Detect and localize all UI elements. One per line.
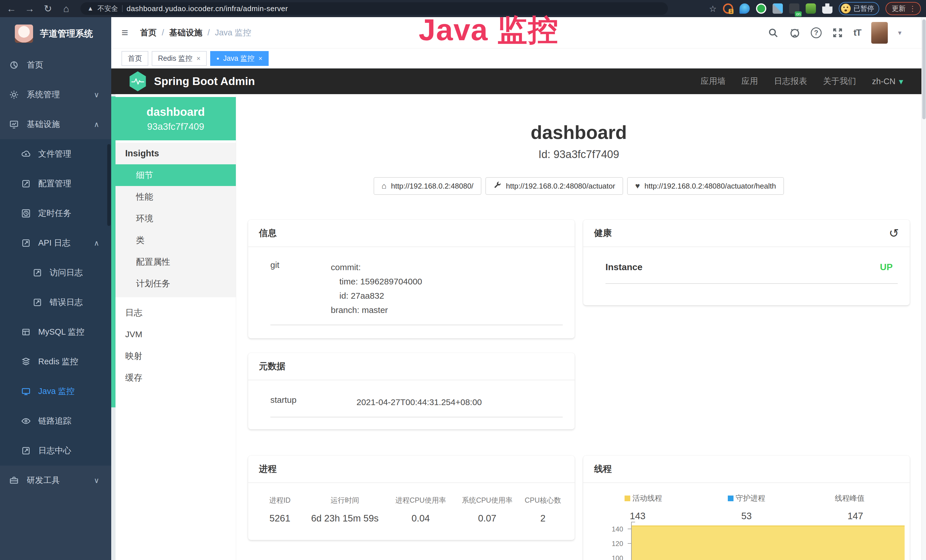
sidebar-item-log-center[interactable]: 日志中心 (0, 436, 111, 466)
info-card-header: 信息 (248, 219, 575, 247)
bookmark-star-icon[interactable]: ☆ (709, 4, 717, 14)
extension-icon-green-circle[interactable] (756, 3, 766, 14)
profile-paused-pill[interactable]: 已暂停 (839, 2, 879, 15)
instance-id: 93a3fc7f7409 (147, 121, 204, 132)
sba-item-environment[interactable]: 环境 (115, 208, 236, 229)
sba-nav-journal[interactable]: 日志报表 (774, 76, 807, 87)
sba-item-details[interactable]: 细节 (115, 164, 236, 186)
sba-item-metrics[interactable]: 性能 (115, 186, 236, 208)
sba-instance-header[interactable]: dashboard 93a3fc7f7409 (115, 97, 236, 140)
sidebar-item-config[interactable]: 配置管理 (0, 169, 111, 198)
sba-brand[interactable]: Spring Boot Admin (129, 71, 255, 91)
fullscreen-icon[interactable] (832, 27, 843, 38)
column-header: 运行时间 (303, 495, 387, 505)
endpoint-health-button[interactable]: ♥ http://192.168.0.2:48080/actuator/heal… (627, 177, 784, 195)
extension-icon-pin[interactable] (740, 3, 750, 14)
legend-live-threads: 活动线程 (592, 493, 695, 503)
search-icon[interactable] (767, 27, 779, 38)
sba-nav-about[interactable]: 关于我们 (823, 76, 856, 87)
endpoint-url: http://192.168.0.2:48080/actuator/health (645, 182, 776, 191)
sba-item-config-props[interactable]: 配置属性 (115, 251, 236, 273)
breadcrumb-infra[interactable]: 基础设施 (169, 27, 202, 38)
update-label: 更新 (892, 4, 905, 13)
process-table-headers: 进程ID 运行时间 进程CPU使用率 系统CPU使用率 CPU核心数 (248, 495, 575, 505)
git-time-line: time: 1596289704000 (331, 274, 563, 289)
extension-icon-leaf[interactable] (806, 3, 816, 14)
sidebar-item-label: 链路追踪 (38, 415, 71, 427)
live-threads-value: 143 (583, 511, 692, 522)
extension-icon-grid[interactable] (773, 3, 783, 14)
threads-card-header: 线程 (583, 456, 910, 483)
sba-item-logs[interactable]: 日志 (115, 302, 236, 324)
sba-item-scheduled-tasks[interactable]: 计划任务 (115, 273, 236, 294)
sidebar-item-error-log[interactable]: 错误日志 (0, 288, 111, 317)
history-icon[interactable]: ↺ (889, 226, 899, 240)
browser-menu-kebab-icon[interactable]: ⋮ (909, 4, 916, 13)
sidebar-item-label: 研发工具 (27, 475, 60, 486)
system-cpu-usage: 0.07 (455, 513, 520, 524)
info-card: 信息 git commit: time: 1596289704000 id: 2… (248, 219, 575, 338)
sidebar-item-mysql[interactable]: MySQL 监控 (0, 317, 111, 347)
sba-item-jvm[interactable]: JVM (115, 324, 236, 345)
chevron-down-icon: ∨ (94, 476, 99, 485)
close-icon[interactable]: × (259, 54, 262, 62)
process-uptime: 6d 23h 15m 59s (303, 513, 387, 524)
app-logo-row[interactable]: 芋道管理系统 (0, 17, 111, 50)
user-avatar[interactable] (871, 22, 888, 44)
sidebar-item-jobs[interactable]: 定时任务 (0, 198, 111, 228)
sidebar-item-tracing[interactable]: 链路追踪 (0, 406, 111, 436)
sidebar-item-files[interactable]: 文件管理 (0, 139, 111, 169)
endpoint-home-button[interactable]: ⌂ http://192.168.0.2:48080/ (374, 177, 481, 195)
sidebar-item-access-log[interactable]: 访问日志 (0, 258, 111, 288)
sidebar-item-dev-tools[interactable]: 研发工具 ∨ (0, 466, 111, 495)
reload-icon[interactable]: ↻ (42, 4, 54, 14)
sidebar-item-api-log[interactable]: API 日志 ∧ (0, 228, 111, 258)
extension-icon-proxy[interactable]: on (789, 3, 799, 14)
tab-redis-monitor[interactable]: Redis 监控 × (152, 51, 207, 66)
log-edit-icon (33, 298, 42, 307)
browser-update-button[interactable]: 更新 ⋮ (885, 2, 921, 15)
sba-locale-select[interactable]: zh-CN ▾ (872, 76, 903, 86)
extension-icon-orange[interactable]: 1 (723, 3, 733, 14)
security-label[interactable]: 不安全 (98, 4, 118, 13)
sidebar-item-home[interactable]: 首页 (0, 50, 111, 80)
sba-navbar: Spring Boot Admin 应用墙 应用 日志报表 关于我们 zh-CN… (111, 68, 921, 94)
github-icon[interactable] (789, 27, 800, 38)
sidebar-item-infra[interactable]: 基础设施 ∧ (0, 109, 111, 139)
endpoint-actuator-button[interactable]: http://192.168.0.2:48080/actuator (486, 177, 623, 195)
chevron-up-icon: ∧ (94, 239, 99, 248)
tab-java-monitor[interactable]: ● Java 监控 × (210, 51, 269, 66)
sba-scrollbar-track[interactable] (111, 94, 115, 560)
metadata-card: 元数据 startup 2021-04-27T00:44:31.254+08:0… (248, 353, 575, 429)
tab-home[interactable]: 首页 (121, 51, 148, 66)
sba-item-mappings[interactable]: 映射 (115, 345, 236, 367)
page-scrollbar-track[interactable] (921, 17, 926, 560)
extensions-puzzle-icon[interactable] (822, 3, 832, 14)
sba-nav-wallboard[interactable]: 应用墙 (701, 76, 726, 87)
page-scrollbar-thumb[interactable] (922, 20, 926, 119)
forward-icon[interactable]: → (23, 4, 36, 14)
home-icon: ⌂ (381, 182, 386, 191)
font-size-icon[interactable]: tT (853, 27, 861, 38)
help-icon[interactable]: ? (811, 27, 822, 38)
sidebar-item-system[interactable]: 系统管理 ∨ (0, 80, 111, 109)
sidebar-item-redis[interactable]: Redis 监控 (0, 347, 111, 377)
sba-item-caches[interactable]: 缓存 (115, 367, 236, 389)
back-icon[interactable]: ← (5, 4, 18, 14)
sba-nav-applications[interactable]: 应用 (741, 76, 758, 87)
heart-icon: ♥ (635, 182, 640, 191)
sba-insights-section: Insights 细节 性能 环境 类 配置属性 计划任务 (115, 143, 236, 297)
url-text[interactable]: dashboard.yudao.iocoder.cn/infra/admin-s… (127, 4, 288, 13)
user-menu-caret-icon[interactable]: ▾ (898, 29, 902, 37)
address-bar[interactable]: ▲ 不安全 dashboard.yudao.iocoder.cn/infra/a… (80, 2, 668, 15)
active-dot-icon: ● (216, 56, 219, 61)
hamburger-icon[interactable]: ≡ (121, 26, 128, 39)
edit-square-icon (21, 179, 31, 189)
sidebar-item-java-monitor[interactable]: Java 监控 (0, 377, 111, 406)
close-icon[interactable]: × (197, 54, 200, 62)
sba-scrollbar-thumb[interactable] (111, 97, 115, 407)
sidebar-scrollbar-thumb[interactable] (107, 144, 110, 226)
browser-home-icon[interactable]: ⌂ (60, 4, 73, 14)
sba-item-classes[interactable]: 类 (115, 229, 236, 251)
breadcrumb-home[interactable]: 首页 (140, 27, 157, 38)
